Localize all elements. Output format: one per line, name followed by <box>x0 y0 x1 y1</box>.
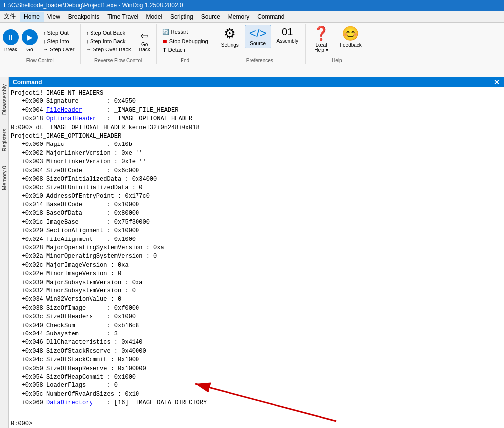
prompt-input[interactable] <box>34 420 502 427</box>
menu-source[interactable]: Source <box>197 12 224 22</box>
step-over-back-icon: → <box>86 47 92 52</box>
step-over-label: Step Over <box>50 47 75 52</box>
detach-button[interactable]: ⬆ Detach <box>160 46 188 54</box>
command-line: +0x000 Magic : 0x10b <box>11 141 502 149</box>
menu-model[interactable]: Model <box>142 12 166 22</box>
assembly-label: Assembly <box>277 38 298 44</box>
command-content[interactable]: Project1!_IMAGE_NT_HEADERS +0x000 Signat… <box>9 87 504 419</box>
go-back-button[interactable]: ⇦ Go Back <box>137 28 153 54</box>
help-label: Help <box>332 57 342 63</box>
ribbon-group-preferences: ⚙ Settings </> Source 01 Assembly Prefer… <box>214 24 306 64</box>
command-line: +0x002 MajorLinkerVersion : 0xe '' <box>11 149 502 158</box>
sidebar-tab-memory[interactable]: Memory 0 <box>0 164 8 192</box>
command-line: +0x010 AddressOfEntryPoint : 0x177c0 <box>11 192 502 201</box>
assembly-button[interactable]: 01 Assembly <box>273 25 302 46</box>
step-out-button[interactable]: ↑ Step Out <box>41 29 77 37</box>
ribbon-group-end: 🔄 Restart ⏹ Stop Debugging ⬆ Detach End <box>157 24 214 64</box>
command-line: +0x018 OptionalHeader : _IMAGE_OPTIONAL_… <box>11 115 502 123</box>
restart-icon: 🔄 <box>162 29 169 35</box>
assembly-icon: 01 <box>282 27 293 37</box>
command-line: +0x004 FileHeader : _IMAGE_FILE_HEADER <box>11 106 502 115</box>
go-button[interactable]: ▶ <box>22 29 38 45</box>
step-into-icon: ↓ <box>43 38 46 44</box>
command-line: +0x054 SizeOfHeapCommit : 0x1000 <box>11 373 502 381</box>
command-line: +0x058 LoaderFlags : 0 <box>11 381 502 390</box>
title-bar: E:\C\Shellcode_loader\Debug\Project1.exe… <box>0 0 504 11</box>
menu-memory[interactable]: Memory <box>224 12 253 22</box>
step-out-label: Step Out <box>47 30 69 36</box>
ribbon-group-flow-control: ⏸ Break ▶ Go ↑ Step Out ↓ Step Into <box>0 24 81 64</box>
main-area: Disassembly Registers Memory 0 Command ✕… <box>0 77 504 428</box>
command-line: +0x032 MinorSubsystemVersion : 0 <box>11 287 502 295</box>
command-line: +0x02a MinorOperatingSystemVersion : 0 <box>11 252 502 261</box>
help-icon: ❓ <box>313 27 330 41</box>
menu-command[interactable]: Command <box>253 12 288 22</box>
menu-timetravel[interactable]: Time Travel <box>103 12 142 22</box>
step-into-button[interactable]: ↓ Step Into <box>41 37 77 45</box>
command-line: +0x02c MajorImageVersion : 0xa <box>11 261 502 270</box>
command-line: +0x02e MinorImageVersion : 0 <box>11 270 502 278</box>
menu-home[interactable]: Home <box>20 12 44 22</box>
command-line: +0x040 CheckSum : 0xb16c8 <box>11 322 502 330</box>
source-pref-button[interactable]: </> Source <box>245 25 271 48</box>
menu-file[interactable]: 文件 <box>0 11 20 22</box>
command-line: +0x024 FileAlignment : 0x1000 <box>11 236 502 244</box>
step-over-button[interactable]: → Step Over <box>41 46 77 53</box>
command-line: +0x008 SizeOfInitializedData : 0x34000 <box>11 175 502 184</box>
ribbon-group-help: ❓ LocalHelp ▾ 😊 Feedback Help <box>306 24 368 64</box>
sidebar-tab-registers[interactable]: Registers <box>0 127 8 153</box>
settings-button[interactable]: ⚙ Settings <box>217 25 243 49</box>
feedback-label: Feedback <box>340 42 362 48</box>
step-into-label: Step Into <box>47 38 69 44</box>
stop-debugging-label: Stop Debugging <box>169 38 208 44</box>
command-line: +0x03c SizeOfHeaders : 0x1000 <box>11 313 502 321</box>
command-line: +0x046 DllCharacteristics : 0x4140 <box>11 338 502 347</box>
command-line: +0x044 Subsystem : 3 <box>11 330 502 338</box>
command-titlebar: Command ✕ <box>9 77 504 87</box>
restart-button[interactable]: 🔄 Restart <box>160 28 190 36</box>
menu-view[interactable]: View <box>44 12 64 22</box>
command-close-button[interactable]: ✕ <box>494 79 500 86</box>
step-out-icon: ↑ <box>43 30 46 36</box>
reverse-flow-label: Reverse Flow Control <box>94 57 142 63</box>
link-fileheader[interactable]: FileHeader <box>46 107 82 114</box>
title-text: E:\C\Shellcode_loader\Debug\Project1.exe… <box>4 2 183 9</box>
break-button[interactable]: ⏸ <box>3 29 19 45</box>
source-icon: </> <box>249 27 267 39</box>
menu-scripting[interactable]: Scripting <box>166 12 197 22</box>
ribbon: ⏸ Break ▶ Go ↑ Step Out ↓ Step Into <box>0 23 504 77</box>
command-line: +0x05c NumberOfRvaAndSizes : 0x10 <box>11 390 502 399</box>
stop-debugging-button[interactable]: ⏹ Stop Debugging <box>160 37 211 45</box>
step-out-back-button[interactable]: ↑ Step Out Back <box>84 29 134 37</box>
detach-icon: ⬆ <box>162 47 167 53</box>
flow-control-label: Flow Control <box>26 57 54 63</box>
detach-label: Detach <box>168 47 185 53</box>
step-into-back-button[interactable]: ↓ Step Into Back <box>84 37 134 45</box>
feedback-button[interactable]: 😊 Feedback <box>336 25 366 49</box>
feedback-icon: 😊 <box>342 27 359 41</box>
command-line: Project1!_IMAGE_NT_HEADERS <box>11 89 502 97</box>
command-line: +0x028 MajorOperatingSystemVersion : 0xa <box>11 244 502 252</box>
preferences-label: Preferences <box>246 57 273 63</box>
local-help-button[interactable]: ❓ LocalHelp ▾ <box>309 25 334 55</box>
link-optionalheader[interactable]: OptionalHeader <box>46 115 96 122</box>
go-back-icon: ⇦ <box>140 30 149 42</box>
command-line: +0x018 BaseOfData : 0x80000 <box>11 209 502 218</box>
go-back-sublabel: Back <box>139 47 150 52</box>
menu-breakpoints[interactable]: Breakpoints <box>64 12 103 22</box>
command-line: +0x003 MinorLinkerVersion : 0x1e '' <box>11 158 502 166</box>
command-line: +0x038 SizeOfImage : 0xf0000 <box>11 304 502 313</box>
sidebar-tab-disassembly[interactable]: Disassembly <box>0 82 8 117</box>
step-into-back-label: Step Into Back <box>90 38 126 44</box>
command-line: +0x048 SizeOfStackReserve : 0x40000 <box>11 347 502 356</box>
prompt-label: 0:000> <box>11 420 32 427</box>
step-over-icon: → <box>43 47 48 52</box>
step-into-back-icon: ↓ <box>86 38 89 44</box>
go-back-label: Go <box>141 42 148 47</box>
break-label: Break <box>4 47 17 52</box>
local-help-label: LocalHelp ▾ <box>314 42 328 53</box>
step-over-back-button[interactable]: → Step Over Back <box>84 46 134 53</box>
command-line: +0x004 SizeOfCode : 0x6c000 <box>11 167 502 175</box>
ribbon-group-reverse-flow: ↑ Step Out Back ↓ Step Into Back → Step … <box>81 24 157 64</box>
link-datadirectory[interactable]: DataDirectory <box>46 399 93 406</box>
